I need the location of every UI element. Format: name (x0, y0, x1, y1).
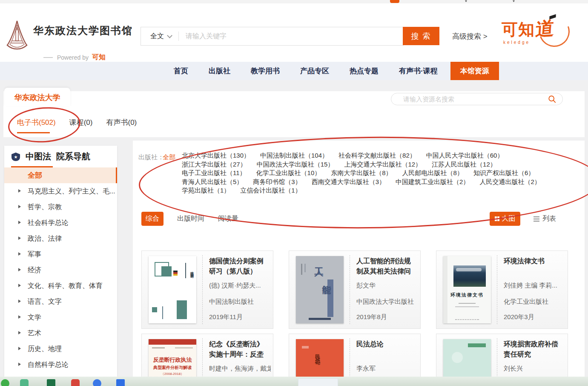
cover-flag-gold (173, 274, 178, 276)
book-author: 李永军 (356, 365, 376, 373)
sidebar-item[interactable]: 文学 (4, 309, 117, 325)
publisher-filter-link[interactable]: 知识产权出版社（6） (473, 169, 534, 176)
publisher-filter-link[interactable]: 中国建筑工业出版社（2） (396, 178, 469, 185)
cover-blue-band (327, 279, 333, 317)
taskbar-app-blue[interactable] (116, 379, 125, 386)
cover-bubble (452, 352, 463, 363)
book-title[interactable]: 环境法律文书 (504, 256, 545, 266)
resource-search-input[interactable] (402, 95, 548, 103)
sidebar-item[interactable]: 社会科学总论 (4, 215, 117, 230)
publisher-filter-link[interactable]: 人民交通出版社（2） (479, 178, 540, 185)
publisher-filter-row: 青海人民出版社（5）商务印书馆（3）西南交通大学出版社（3）中国建筑工业出版社（… (182, 178, 522, 187)
windows-taskbar (0, 377, 588, 386)
publisher-filter-label: 出版社： (138, 153, 164, 161)
tab-clc-classification[interactable]: 中图法 (26, 151, 51, 162)
sidebar-item[interactable]: 全部 (4, 167, 117, 183)
dropdown-caret-icon (465, 0, 467, 2)
keledge-logo[interactable]: 可知道 keledge (502, 16, 570, 49)
advanced-search-link[interactable]: 高级搜索 > (452, 32, 488, 41)
cover-gray-row2 (175, 347, 193, 349)
nav-item-library-resources[interactable]: 本馆资源 (450, 62, 499, 80)
book-card[interactable]: 环境法律文书环境法律文书刘佳娉 主编 李莉...化学工业出版社2020年3月 (436, 251, 568, 329)
publisher-filter-link[interactable]: 江苏人民出版社（12） (432, 161, 496, 168)
taskbar-app-green[interactable] (20, 379, 29, 386)
view-list-button[interactable]: 列表 (534, 214, 556, 223)
taskbar-app-green-circle[interactable] (1, 379, 9, 386)
publisher-filter-link[interactable]: 青海人民出版社（5） (182, 178, 243, 185)
sidebar-item[interactable]: 历史、地理 (4, 341, 117, 357)
sidebar-item[interactable]: 语言、文字 (4, 294, 117, 309)
sort-option-阅读量[interactable]: 阅读量 (218, 214, 238, 223)
nav-item-textbooks[interactable]: 教学用书 (243, 62, 287, 80)
book-title[interactable]: 环境损害政府补偿责任研究 (504, 339, 564, 360)
publisher-filter-link[interactable]: 北京大学出版社（130） (182, 152, 250, 159)
tab-organization[interactable]: 华东政法大学 (4, 88, 70, 107)
cover-publisher-mark (455, 319, 479, 320)
view-large-button[interactable]: 大图 (490, 212, 520, 226)
sidebar-item[interactable]: 政治、法律 (4, 230, 117, 246)
category-sidebar: ★ 中图法 院系导航 全部马克思主义、列宁主义、毛...哲学、宗教社会科学总论政… (4, 146, 117, 377)
sidebar-item[interactable]: 军事 (4, 246, 117, 262)
publisher-filter-link[interactable]: 人民邮电出版社（8） (402, 169, 463, 176)
book-title[interactable]: 民法总论 (356, 339, 384, 349)
taskbar-app-red[interactable] (71, 379, 80, 386)
sort-option-综合[interactable]: 综合 (141, 212, 163, 226)
expand-caret-icon (18, 252, 21, 256)
book-title[interactable]: 人工智能的刑法规制及其相关法律问题 (356, 256, 417, 277)
book-title[interactable]: 纪念《反垄断法》实施十周年：反垄断行政... (209, 339, 270, 360)
sort-option-出版时间[interactable]: 出版时间 (177, 214, 204, 223)
tab-audiobooks[interactable]: 有声书(0) (106, 118, 137, 127)
tab-ebooks[interactable]: 电子书(502) (17, 118, 56, 127)
publisher-filter-link[interactable]: 浙江大学出版社（27） (182, 161, 247, 168)
publisher-filter-link[interactable]: 中国人民大学出版社（60） (426, 152, 504, 159)
publisher-filter-link[interactable]: 电子工业出版社（11） (182, 169, 246, 176)
book-author: 彭文华 (356, 282, 376, 290)
sidebar-item-label: 自然科学总论 (28, 361, 69, 368)
nav-item-hot-topics[interactable]: 热点专题 (342, 62, 386, 80)
expand-caret-icon (18, 205, 21, 208)
expand-caret-icon (18, 300, 21, 303)
dropdown-caret-icon (513, 0, 515, 2)
book-title[interactable]: 德国债法分则案例研习（第八版） (209, 256, 270, 277)
book-info: 德国债法分则案例研习（第八版）(德) 汉斯·约瑟夫...中国法制出版社2019年… (209, 251, 270, 329)
cover-vertical-title: 民法总论 (314, 350, 321, 357)
dash-decoration (43, 57, 53, 58)
publisher-filter-link[interactable]: 上海交通大学出版社（12） (344, 161, 422, 168)
search-scope-select[interactable]: 全文 (141, 32, 178, 41)
taskbar-app-blue-circle[interactable] (93, 379, 101, 386)
sidebar-item-label: 经济 (28, 266, 41, 274)
nav-item-audiobooks-courses[interactable]: 有声书·课程 (391, 62, 445, 80)
taskbar-app-spreadsheet[interactable] (47, 379, 55, 386)
publisher-filter-link[interactable]: 商务印书馆（3） (253, 178, 301, 185)
nav-item-product-zones[interactable]: 产品专区 (293, 62, 337, 80)
sidebar-item[interactable]: 哲学、宗教 (4, 199, 117, 215)
publisher-filter-link[interactable]: 中国政法大学出版社（15） (257, 161, 334, 168)
book-card[interactable]: 德国债法分则案例研习德国债法分则案例研习（第八版）(德) 汉斯·约瑟夫...中国… (141, 251, 273, 329)
publisher-filter-all[interactable]: 全部 (163, 153, 175, 161)
nav-item-home[interactable]: 首页 (166, 62, 196, 80)
publisher-filter-link[interactable]: 中国法制出版社（104） (260, 152, 328, 159)
sidebar-item[interactable]: 自然科学总论 (4, 357, 117, 372)
publisher-filter-link[interactable]: 立信会计出版社（1） (240, 187, 301, 194)
sidebar-item[interactable]: 艺术 (4, 325, 117, 341)
book-card[interactable]: 人工智能人工智能的刑法规制及其相关法律问题彭文华中国政法大学出版社2019年8月 (289, 251, 421, 329)
publisher-filter-link[interactable]: 化学工业出版社（10） (256, 169, 321, 176)
sidebar-item[interactable]: 经济 (4, 262, 117, 278)
publisher-filter-link[interactable]: 社会科学文献出版社（82） (338, 152, 416, 159)
book-info: 人工智能的刑法规制及其相关法律问题彭文华中国政法大学出版社2019年8月 (356, 251, 417, 329)
sidebar-item[interactable]: 马克思主义、列宁主义、毛... (4, 183, 117, 199)
publisher-filter-link[interactable]: 学苑出版社（1） (182, 187, 230, 194)
sidebar-header: ★ 中图法 院系导航 (11, 151, 90, 162)
publisher-filter-link[interactable]: 东南大学出版社（8） (331, 169, 392, 176)
sidebar-item[interactable]: 数理科学和化学 (4, 372, 117, 377)
nav-item-publishers[interactable]: 出版社 (201, 62, 238, 80)
book-publisher: 化学工业出版社 (504, 298, 548, 306)
tab-department-navigation[interactable]: 院系导航 (56, 151, 90, 162)
publisher-filter-link[interactable]: 西南交通大学出版社（3） (312, 178, 385, 185)
search-icon[interactable] (548, 95, 556, 104)
keyword-search-input[interactable] (179, 32, 403, 40)
sidebar-item[interactable]: 文化、科学、教育、体育 (4, 278, 117, 294)
search-button[interactable]: 搜 索 (403, 27, 439, 45)
list-icon (534, 216, 539, 222)
tab-courses[interactable]: 课程(0) (69, 118, 93, 127)
